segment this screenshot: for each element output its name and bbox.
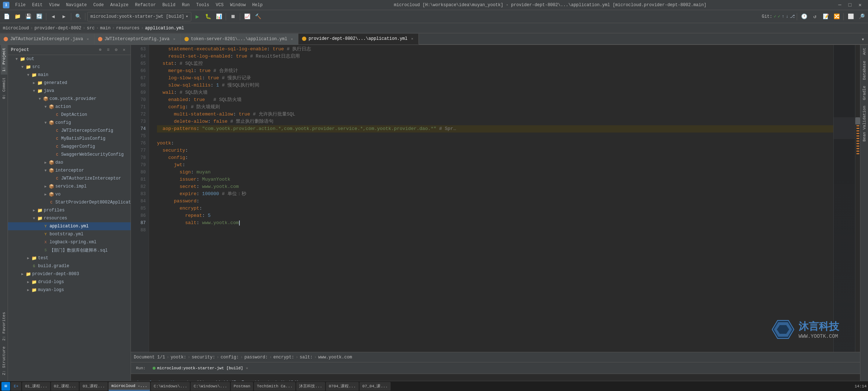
build-project-button[interactable]: ⬜	[846, 12, 856, 22]
tab-close-button2[interactable]: ✕	[172, 37, 177, 42]
new-file-button[interactable]: 📄	[1, 12, 12, 22]
editor-scrollbar[interactable]	[855, 45, 860, 352]
tab-close-button4[interactable]: ✕	[410, 36, 415, 41]
find-button[interactable]: 🔎	[856, 12, 867, 22]
open-button[interactable]: 📁	[12, 12, 22, 22]
run-tab-close[interactable]: ✕	[246, 366, 248, 370]
taskbar-file-manager[interactable]: 01_课程...	[22, 382, 50, 391]
tree-item-logback[interactable]: X logback-spring.xml	[8, 238, 131, 246]
left-tab-project[interactable]: 1: Project	[1, 45, 7, 75]
tree-item-profiles[interactable]: ▶ 📁 profiles	[8, 206, 131, 214]
minimize-button[interactable]: ─	[835, 0, 845, 10]
locate-file-button[interactable]: ⊕	[97, 46, 104, 54]
right-tab-gradle[interactable]: Gradle	[861, 83, 868, 103]
breadcrumb-main[interactable]: main	[100, 26, 111, 31]
taskbar-app3[interactable]: 07_04_课...	[359, 382, 391, 391]
right-tab-database[interactable]: Database	[861, 58, 868, 83]
tree-item-generated[interactable]: ▶ 📁 generated	[8, 79, 131, 87]
taskbar-browser[interactable]: 沐言科技...	[296, 382, 325, 391]
hide-panel-button[interactable]: ✕	[120, 46, 128, 54]
forward-button[interactable]: ▶	[59, 12, 69, 22]
taskbar-windows2[interactable]: C:\Windows\...	[191, 382, 230, 391]
taskbar-file-3[interactable]: 03_课程...	[80, 382, 108, 391]
git-push[interactable]: ✓	[778, 14, 780, 19]
breadcrumb-file[interactable]: application.yml	[145, 26, 184, 31]
tree-item-start-app[interactable]: C StartProviderDept8002Application	[8, 198, 131, 206]
tab-token-server[interactable]: token-server-8201\...\application.yml ✕	[181, 34, 298, 45]
annotate-button[interactable]: 📝	[821, 12, 831, 22]
tab-close-button3[interactable]: ✕	[289, 37, 294, 42]
tree-item-main[interactable]: ▼ 📁 main	[8, 71, 131, 79]
menu-tools[interactable]: Tools	[193, 2, 212, 8]
expand-test[interactable]: ▶	[25, 255, 31, 261]
tab-menu-button[interactable]: ▾	[858, 34, 868, 45]
expand-vo[interactable]: ▶	[43, 192, 48, 197]
tree-item-vo[interactable]: ▶ 📦 vo	[8, 190, 131, 198]
tree-item-swagger-security[interactable]: C SwaggerWebSecurityConfig	[8, 151, 131, 159]
right-tab-ant[interactable]: Ant	[861, 45, 868, 58]
settings-button[interactable]: ⚙	[112, 46, 120, 54]
expand-interceptor[interactable]: ▼	[43, 168, 48, 173]
git-arrow-down[interactable]: ↓	[786, 14, 788, 19]
tree-item-dept-8003[interactable]: ▶ 📁 provider-dept-8003	[8, 270, 131, 278]
code-area[interactable]: 63 64 65 66 67 68 69 70 71 72 73 74 75 7…	[131, 45, 860, 352]
left-tab-favorites[interactable]: 2: Favorites	[1, 309, 7, 344]
tree-item-java[interactable]: ▼ 📁 java	[8, 87, 131, 95]
rollback-button[interactable]: ↺	[810, 12, 820, 22]
tab-jwt-authorize[interactable]: JWTAuthorizeInterceptor.java ✕	[0, 34, 94, 45]
tree-item-interceptor[interactable]: ▼ 📦 interceptor	[8, 167, 131, 175]
history-button[interactable]: 🕐	[799, 12, 809, 22]
expand-resources[interactable]: ▼	[31, 215, 37, 221]
tree-item-jwt-config[interactable]: C JWTInterceptorConfig	[8, 127, 131, 135]
tree-item-swagger[interactable]: C SwaggerConfig	[8, 143, 131, 151]
run-with-coverage[interactable]: 📊	[214, 12, 224, 22]
expand-druid[interactable]: ▶	[25, 279, 31, 285]
tree-item-sql[interactable]: S 【部门】数据库创建脚本.sql	[8, 246, 131, 254]
menu-refactor[interactable]: Refactor	[132, 2, 159, 8]
expand-profiles[interactable]: ▶	[31, 207, 37, 213]
maximize-button[interactable]: □	[845, 0, 855, 10]
menu-navigate[interactable]: Navigate	[63, 2, 90, 8]
tree-item-resources[interactable]: ▼ 📁 resources	[8, 214, 131, 222]
new-branch-button[interactable]: 🔀	[831, 12, 842, 22]
run-button[interactable]: ▶	[192, 12, 202, 22]
menu-code[interactable]: Code	[90, 2, 107, 8]
taskbar-file-2[interactable]: 02_课程...	[51, 382, 79, 391]
run-tab-build[interactable]: microcloud:yootk-starter-jwt [build] ✕	[149, 365, 252, 372]
menu-run[interactable]: Run	[179, 2, 193, 8]
debug-button[interactable]: 🐛	[203, 12, 213, 22]
expand-package[interactable]: ▼	[37, 96, 43, 102]
taskbar-editor-plus[interactable]: E+	[11, 382, 21, 391]
start-button[interactable]: ⊞	[1, 382, 10, 391]
tree-item-druid[interactable]: ▶ 📁 druid-logs	[8, 278, 131, 286]
breadcrumb-module[interactable]: provider-dept-8002	[34, 26, 81, 31]
menu-analyze[interactable]: Analyze	[107, 2, 131, 8]
expand-out[interactable]: ▼	[14, 56, 20, 62]
tree-item-bootstrap[interactable]: Y bootstrap.yml	[8, 230, 131, 238]
taskbar-postman[interactable]: Postman	[231, 382, 253, 391]
git-branch-icon[interactable]: ⎇	[790, 14, 795, 19]
menu-build[interactable]: Build	[159, 2, 178, 8]
expand-generated[interactable]: ▶	[31, 80, 37, 86]
breadcrumb-src[interactable]: src	[87, 26, 95, 31]
tree-item-test[interactable]: ▶ 📁 test	[8, 254, 131, 262]
menu-window[interactable]: Window	[227, 2, 248, 8]
expand-config[interactable]: ▼	[43, 120, 48, 126]
tree-item-src[interactable]: ▼ 📁 src	[8, 63, 131, 71]
expand-main[interactable]: ▼	[25, 72, 31, 78]
expand-src[interactable]: ▼	[20, 64, 25, 70]
menu-help[interactable]: Help	[249, 2, 265, 8]
tree-item-config[interactable]: ▼ 📦 config	[8, 119, 131, 127]
tree-item-service[interactable]: ▶ 📦 service.impl	[8, 182, 131, 190]
tree-item-mybatis[interactable]: C MyBatisPlusConfig	[8, 135, 131, 143]
tree-item-out[interactable]: ▼ 📁 out	[8, 55, 131, 63]
left-tab-commit[interactable]: 0: Commit	[1, 75, 7, 102]
tree-item-muyan[interactable]: ▶ 📁 muyan-logs	[8, 286, 131, 294]
close-button[interactable]: ✕	[855, 0, 865, 10]
tree-item-dept-action[interactable]: C DeptAction	[8, 111, 131, 119]
menu-edit[interactable]: Edit	[29, 2, 46, 8]
git-arrow-up[interactable]: ↑	[782, 14, 784, 19]
tab-app-yml[interactable]: provider-dept-8002\...\application.yml ✕	[298, 34, 419, 45]
expand-action[interactable]: ▼	[43, 104, 48, 110]
search-everywhere-button[interactable]: 🔍	[73, 12, 83, 22]
